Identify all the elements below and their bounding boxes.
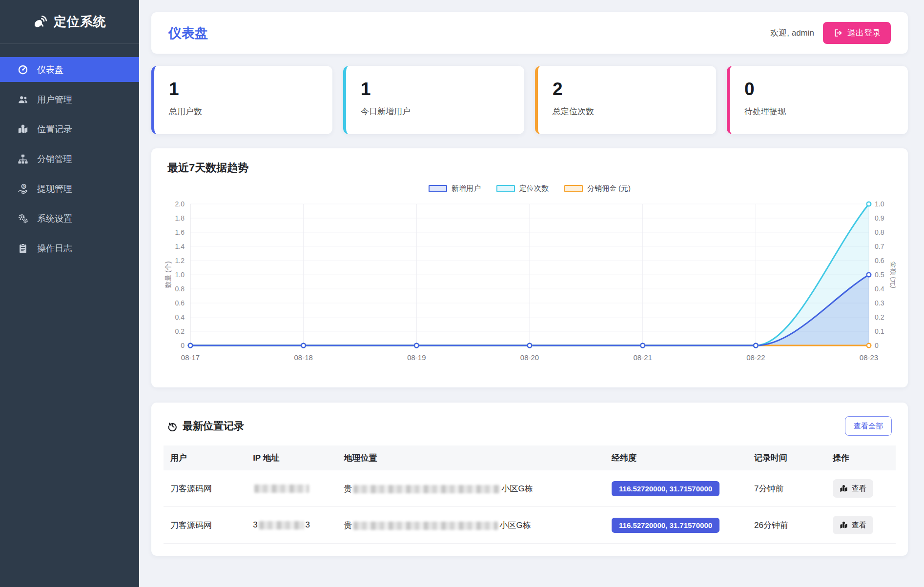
svg-text:0.3: 0.3 — [875, 299, 884, 307]
legend-swatch — [496, 185, 515, 192]
time-cell: 26分钟前 — [748, 507, 827, 544]
legend-item[interactable]: 新增用户 — [429, 184, 481, 193]
action-cell: 查看 — [827, 507, 896, 544]
svg-text:0.4: 0.4 — [875, 285, 884, 293]
legend-item[interactable]: 定位次数 — [496, 184, 549, 193]
svg-text:0.6: 0.6 — [175, 299, 185, 307]
history-icon — [167, 421, 178, 431]
redacted-text — [353, 522, 498, 530]
svg-text:0: 0 — [181, 342, 185, 349]
legend-swatch — [429, 185, 447, 192]
clipboard-list-icon — [18, 243, 28, 254]
column-header: 用户 — [164, 445, 247, 470]
sign-out-icon — [833, 28, 842, 38]
stat-label: 今日新增用户 — [361, 106, 510, 117]
user-cell: 刀客源码网 — [164, 507, 247, 544]
records-table: 用户IP 地址地理位置经纬度记录时间操作 刀客源码网贵小区G栋116.52720… — [164, 445, 896, 544]
action-cell: 查看 — [827, 470, 896, 507]
trend-line-chart: 000.20.10.40.20.60.30.80.41.00.51.20.61.… — [164, 195, 896, 372]
sidebar-item-label: 位置记录 — [37, 123, 72, 135]
svg-text:0.2: 0.2 — [175, 327, 185, 335]
sidebar-item-label: 提现管理 — [37, 183, 72, 195]
sidebar-item-label: 用户管理 — [37, 94, 72, 105]
time-cell: 7分钟前 — [748, 470, 827, 507]
svg-text:1.2: 1.2 — [175, 257, 185, 264]
svg-text:08-21: 08-21 — [633, 353, 652, 362]
column-header: 地理位置 — [338, 445, 606, 470]
sidebar-item-users[interactable]: 用户管理 — [0, 87, 139, 112]
svg-text:金额 (元): 金额 (元) — [890, 261, 896, 288]
sidebar-nav: 仪表盘用户管理位置记录分销管理$提现管理系统设置操作日志 — [0, 44, 139, 261]
column-header: IP 地址 — [247, 445, 338, 470]
sitemap-icon — [18, 154, 28, 164]
coords-cell: 116.52720000, 31.71570000 — [606, 470, 748, 507]
sidebar-item-label: 操作日志 — [37, 243, 72, 254]
svg-text:1.0: 1.0 — [875, 200, 884, 208]
stat-card: 1总用户数 — [151, 66, 332, 134]
column-header: 记录时间 — [748, 445, 827, 470]
logout-label: 退出登录 — [847, 27, 881, 39]
svg-text:0.7: 0.7 — [875, 243, 884, 250]
hand-dollar-icon: $ — [18, 183, 28, 194]
legend-label: 定位次数 — [519, 184, 549, 193]
stat-value: 0 — [744, 79, 893, 100]
ip-cell: 33 — [247, 507, 338, 544]
view-record-button[interactable]: 查看 — [833, 516, 873, 534]
sidebar-item-map-marked[interactable]: 位置记录 — [0, 117, 139, 142]
svg-text:0.9: 0.9 — [875, 214, 884, 222]
app-title: 定位系统 — [54, 13, 106, 30]
stat-value: 1 — [361, 79, 510, 100]
svg-text:0: 0 — [875, 342, 879, 349]
sidebar-item-sitemap[interactable]: 分销管理 — [0, 146, 139, 171]
svg-text:0.8: 0.8 — [875, 228, 884, 236]
redacted-text — [353, 485, 500, 493]
legend-label: 新增用户 — [452, 184, 481, 193]
logout-button[interactable]: 退出登录 — [823, 22, 891, 44]
ip-cell — [247, 470, 338, 507]
latest-records-card: 最新位置记录 查看全部 用户IP 地址地理位置经纬度记录时间操作 刀客源码网贵小… — [151, 403, 908, 556]
view-all-button[interactable]: 查看全部 — [845, 416, 892, 436]
sidebar-item-clipboard-list[interactable]: 操作日志 — [0, 236, 139, 261]
map-view-icon — [840, 485, 848, 493]
view-label: 查看 — [852, 521, 866, 530]
legend-label: 分销佣金 (元) — [587, 184, 631, 193]
main-content: 仪表盘 欢迎, admin 退出登录 1总用户数1今日新增用户2总定位次数0待处… — [139, 0, 924, 556]
stat-label: 总定位次数 — [553, 106, 701, 117]
svg-text:08-19: 08-19 — [407, 353, 426, 362]
redacted-text — [259, 521, 304, 529]
coords-cell: 116.52720000, 31.71570000 — [606, 507, 748, 544]
sidebar-item-gauge[interactable]: 仪表盘 — [0, 57, 139, 82]
svg-text:0.6: 0.6 — [875, 257, 884, 264]
svg-text:数量 (个): 数量 (个) — [164, 261, 172, 288]
svg-text:08-23: 08-23 — [860, 353, 878, 362]
sidebar-item-hand-dollar[interactable]: $提现管理 — [0, 176, 139, 201]
satellite-dish-icon — [33, 15, 47, 29]
sidebar-item-cogs[interactable]: 系统设置 — [0, 206, 139, 231]
stat-value: 1 — [169, 79, 318, 100]
page-title: 仪表盘 — [168, 24, 208, 42]
geo-cell: 贵小区G栋 — [338, 507, 606, 544]
chart-area: 000.20.10.40.20.60.30.80.41.00.51.20.61.… — [164, 195, 896, 374]
coords-badge: 116.52720000, 31.71570000 — [612, 481, 719, 496]
trend-chart-card: 最近7天数据趋势 新增用户定位次数分销佣金 (元) 000.20.10.40.2… — [151, 148, 908, 387]
app-logo: 定位系统 — [0, 0, 139, 44]
legend-item[interactable]: 分销佣金 (元) — [564, 184, 631, 193]
gauge-icon — [18, 64, 28, 75]
view-record-button[interactable]: 查看 — [833, 479, 873, 498]
svg-text:08-18: 08-18 — [294, 353, 312, 362]
user-cell: 刀客源码网 — [164, 470, 247, 507]
header-bar: 仪表盘 欢迎, admin 退出登录 — [151, 12, 908, 54]
stat-card: 0待处理提现 — [727, 66, 908, 134]
redacted-text — [254, 485, 309, 493]
geo-cell: 贵小区G栋 — [338, 470, 606, 507]
stat-card: 1今日新增用户 — [343, 66, 524, 134]
svg-text:1.8: 1.8 — [175, 214, 185, 222]
record-row: 刀客源码网贵小区G栋116.52720000, 31.715700007分钟前查… — [164, 470, 896, 507]
view-label: 查看 — [852, 484, 866, 493]
stat-cards: 1总用户数1今日新增用户2总定位次数0待处理提现 — [151, 66, 908, 134]
welcome-text: 欢迎, admin — [770, 27, 814, 39]
stat-value: 2 — [553, 79, 701, 100]
svg-text:2.0: 2.0 — [175, 200, 185, 208]
svg-text:0.8: 0.8 — [175, 285, 185, 293]
sidebar-item-label: 仪表盘 — [37, 64, 63, 76]
